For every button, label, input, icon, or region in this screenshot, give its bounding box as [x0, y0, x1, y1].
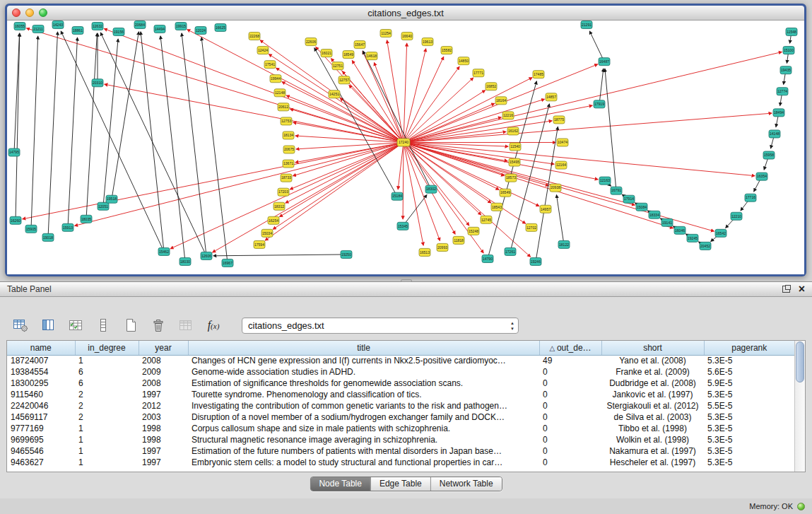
- close-window-button[interactable]: [12, 8, 20, 17]
- graph-node[interactable]: 16260: [10, 216, 21, 224]
- graph-node[interactable]: 14618: [366, 52, 377, 60]
- graph-node[interactable]: 15913: [62, 223, 73, 231]
- graph-node[interactable]: 15248: [468, 227, 479, 235]
- graph-node[interactable]: 16967: [222, 259, 233, 267]
- graph-node[interactable]: 19018: [42, 233, 54, 241]
- graph-node[interactable]: 15647: [354, 41, 365, 49]
- graph-node[interactable]: 15958: [763, 151, 775, 159]
- table-row[interactable]: 1872400712008Changes of HCN gene express…: [7, 355, 794, 366]
- citation-edge-red[interactable]: [404, 52, 782, 142]
- graph-node[interactable]: 19245: [687, 234, 698, 242]
- graph-node[interactable]: 13671: [283, 160, 294, 168]
- graph-node[interactable]: 12753: [281, 117, 292, 125]
- graph-node[interactable]: 18334: [649, 211, 660, 218]
- graph-node[interactable]: 14795: [8, 148, 20, 156]
- citation-edge-red[interactable]: [213, 142, 404, 252]
- graph-node[interactable]: 21211: [33, 25, 44, 33]
- graph-node[interactable]: 20452: [700, 242, 711, 250]
- graph-node[interactable]: 12024: [195, 27, 206, 35]
- graph-node[interactable]: 18312: [273, 202, 285, 210]
- function-builder-icon[interactable]: f(x): [203, 315, 224, 335]
- tab-node-table[interactable]: Node Table: [310, 477, 371, 491]
- graph-node[interactable]: 18122: [558, 240, 570, 248]
- float-panel-icon[interactable]: [782, 286, 790, 293]
- graph-node[interactable]: 19141: [661, 218, 673, 226]
- graph-node[interactable]: 18035: [81, 215, 92, 223]
- graph-node[interactable]: 11540: [510, 143, 521, 151]
- citation-edge-black[interactable]: [86, 33, 97, 219]
- graph-node[interactable]: 19246: [530, 257, 541, 265]
- graph-node[interactable]: 16046: [674, 226, 686, 234]
- table-settings-icon[interactable]: [10, 315, 31, 335]
- graph-node[interactable]: 12148: [274, 89, 286, 97]
- citation-edge-black[interactable]: [363, 51, 431, 189]
- graph-node[interactable]: 17914: [623, 195, 635, 203]
- citation-edge-red[interactable]: [343, 71, 404, 143]
- minimize-window-button[interactable]: [25, 8, 34, 17]
- graph-node[interactable]: 12216: [502, 112, 514, 119]
- graph-node[interactable]: 16640: [401, 33, 413, 40]
- citation-edge-black[interactable]: [201, 37, 228, 263]
- graph-node[interactable]: 18573: [505, 174, 517, 182]
- graph-node[interactable]: 12757: [339, 76, 350, 84]
- graph-node[interactable]: 18164: [495, 97, 507, 105]
- graph-node[interactable]: 16625: [215, 24, 226, 32]
- graph-node[interactable]: 17485: [533, 71, 544, 78]
- citation-edge-black[interactable]: [68, 37, 77, 228]
- window-titlebar[interactable]: citations_edges.txt: [7, 6, 804, 21]
- graph-node[interactable]: 20993: [437, 243, 448, 251]
- graph-node[interactable]: 21291: [581, 21, 592, 29]
- graph-node[interactable]: 14243: [52, 21, 64, 29]
- graph-node[interactable]: 12210: [731, 212, 742, 220]
- table-row[interactable]: 911546021997Tourette syndrome. Phenomeno…: [7, 389, 794, 400]
- graph-node[interactable]: 12774: [777, 88, 788, 95]
- column-header-name[interactable]: name: [7, 341, 75, 355]
- graph-node[interactable]: 16487: [599, 58, 610, 66]
- citation-edge-red[interactable]: [404, 121, 552, 143]
- graph-node[interactable]: 14148: [769, 130, 780, 138]
- graph-node[interactable]: 12051: [98, 202, 109, 210]
- graph-node[interactable]: 20612: [278, 103, 289, 111]
- graph-node[interactable]: 17771: [473, 69, 484, 77]
- graph-node[interactable]: 14850: [458, 57, 469, 65]
- graph-node[interactable]: 18134: [283, 132, 294, 139]
- network-canvas[interactable]: 1724022268124241754119944121482061212753…: [7, 21, 804, 274]
- graph-node[interactable]: 15100: [783, 47, 794, 54]
- citation-edge-black[interactable]: [536, 127, 558, 262]
- citation-edge-red[interactable]: [187, 30, 404, 143]
- select-columns-icon[interactable]: [65, 315, 86, 335]
- graph-node[interactable]: 14957: [540, 205, 551, 213]
- graph-node[interactable]: 19156: [113, 28, 124, 36]
- tab-network-table[interactable]: Network Table: [431, 477, 502, 491]
- graph-node[interactable]: 19944: [270, 75, 281, 83]
- citation-edge-red[interactable]: [404, 49, 426, 143]
- graph-node[interactable]: 20938: [550, 184, 561, 192]
- citation-edge-black[interactable]: [48, 32, 58, 238]
- citation-edge-black[interactable]: [31, 36, 38, 229]
- citation-edge-red[interactable]: [404, 99, 544, 142]
- citation-edge-red[interactable]: [404, 132, 506, 142]
- graph-node[interactable]: 15084: [636, 203, 647, 211]
- citation-edge-red[interactable]: [404, 142, 598, 179]
- citation-edge-red[interactable]: [403, 142, 404, 218]
- graph-node[interactable]: 16791: [611, 187, 622, 194]
- table-row[interactable]: 977716911998Corpus callosum shape and si…: [7, 423, 794, 434]
- import-table-icon[interactable]: [175, 315, 196, 335]
- graph-node[interactable]: 11548: [786, 28, 797, 36]
- graph-node[interactable]: 15495: [509, 158, 520, 166]
- zoom-window-button[interactable]: [39, 8, 47, 17]
- graph-node[interactable]: 16254: [268, 216, 279, 224]
- graph-node[interactable]: 12751: [332, 62, 343, 70]
- citation-edge-black[interactable]: [61, 31, 164, 252]
- citation-edge-black[interactable]: [112, 32, 139, 199]
- graph-node[interactable]: 15034: [261, 229, 273, 237]
- graph-node[interactable]: 20310: [92, 79, 103, 87]
- graph-node[interactable]: 17541: [264, 61, 276, 69]
- table-row[interactable]: 946554611997Estimation of the future num…: [7, 445, 794, 457]
- graph-node[interactable]: 17919: [594, 100, 605, 108]
- graph-node[interactable]: 18549: [343, 51, 354, 59]
- graph-node[interactable]: 12606: [201, 252, 212, 259]
- table-rows-icon[interactable]: [93, 315, 114, 335]
- graph-node[interactable]: 15345: [397, 222, 408, 230]
- citation-edge-black[interactable]: [589, 31, 604, 62]
